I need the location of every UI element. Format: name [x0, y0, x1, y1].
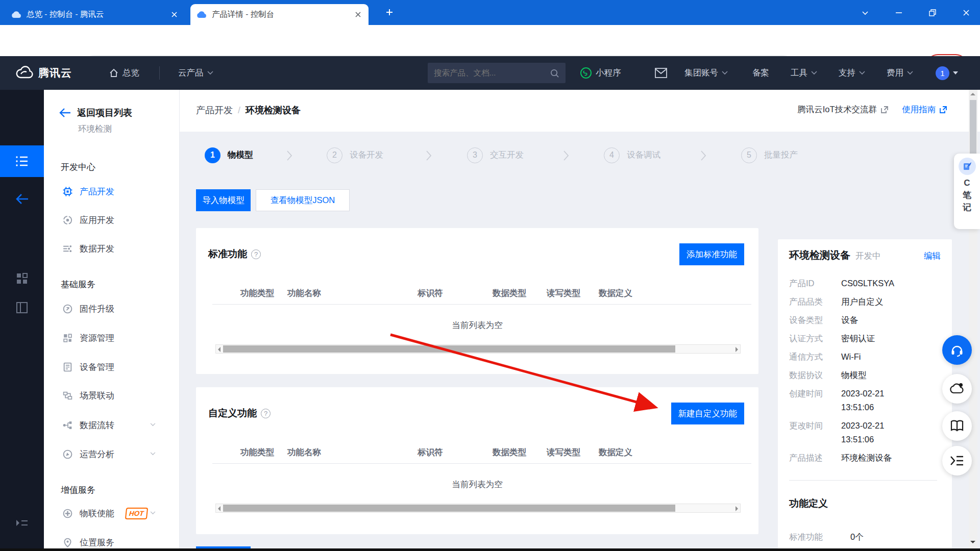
sidebar-item-analysis[interactable]: 运营分析: [44, 445, 180, 463]
nav-overview[interactable]: 总览: [109, 56, 139, 90]
sidebar-item-label: 数据流转: [80, 419, 114, 431]
scroll-thumb[interactable]: [223, 345, 675, 353]
tab-close-icon[interactable]: [353, 10, 362, 19]
scroll-right-arrow[interactable]: [736, 506, 738, 511]
step-5[interactable]: 5批量投产: [741, 147, 798, 163]
step-number: 3: [467, 147, 483, 163]
caret-down-icon: [953, 71, 958, 75]
console-list-button[interactable]: [942, 446, 972, 475]
column-header: 数据类型: [493, 447, 526, 458]
field-value: 密钥认证: [841, 332, 875, 345]
user-guide-link[interactable]: 使用指南: [902, 104, 947, 115]
docs-button[interactable]: [942, 411, 972, 441]
rail-collapse-button[interactable]: [0, 511, 44, 535]
nav-user-avatar[interactable]: 1: [936, 56, 958, 90]
view-model-json-button[interactable]: 查看物模型JSON: [256, 189, 350, 211]
card-divider: [789, 480, 937, 481]
import-model-button[interactable]: 导入物模型: [196, 189, 251, 211]
edit-product-link[interactable]: 编辑: [924, 251, 941, 262]
field-value: 物模型: [841, 368, 867, 382]
rail-grid-button[interactable]: [0, 266, 44, 291]
breadcrumb-separator: /: [238, 105, 240, 116]
titlebar-chevron-icon[interactable]: [859, 6, 872, 19]
nav-divider: [159, 66, 160, 80]
support-headset-button[interactable]: [942, 335, 972, 365]
add-standard-feature-button[interactable]: 添加标准功能: [679, 243, 744, 265]
scrollbar-thumb[interactable]: [970, 100, 976, 154]
standard-hscrollbar[interactable]: [215, 344, 741, 354]
custom-hscrollbar[interactable]: [215, 504, 741, 513]
sidebar-item-dataflow[interactable]: 数据流转: [44, 416, 180, 434]
step-3[interactable]: 3交互开发: [467, 147, 524, 163]
scroll-thumb[interactable]: [223, 505, 675, 512]
sidebar-item-firmware[interactable]: 固件升级: [44, 300, 180, 317]
scroll-left-arrow[interactable]: [218, 347, 220, 352]
cloud-message-button[interactable]: [942, 374, 972, 404]
step-separator-icon: [426, 150, 432, 161]
sidebar-item-scene[interactable]: 场景联动: [44, 387, 180, 404]
scroll-left-arrow[interactable]: [218, 506, 220, 511]
mail-icon: [655, 68, 667, 78]
help-icon[interactable]: ?: [261, 409, 271, 418]
sidebar-item-resource[interactable]: 资源管理: [44, 329, 180, 346]
step-separator-icon: [286, 150, 292, 161]
step-1[interactable]: 1物模型: [205, 147, 253, 163]
nav-tools[interactable]: 工具: [791, 56, 817, 90]
rail-layout-button[interactable]: [0, 295, 44, 320]
rail-back-button[interactable]: [0, 187, 44, 211]
external-link-icon: [880, 106, 889, 114]
help-icon[interactable]: ?: [251, 249, 261, 259]
rail-menu-button[interactable]: [0, 145, 44, 177]
step-2[interactable]: 2设备开发: [327, 147, 383, 163]
note-widget-label: 记: [963, 202, 971, 213]
tencent-cloud-logo[interactable]: 腾讯云: [14, 56, 72, 90]
nav-icp[interactable]: 备案: [752, 56, 769, 90]
external-link-icon: [939, 106, 947, 114]
iot-group-link[interactable]: 腾讯云IoT技术交流群: [797, 104, 889, 115]
step-4[interactable]: 4设备调试: [604, 147, 660, 163]
breadcrumb-current: 环境检测设备: [246, 104, 301, 116]
back-arrow-icon: [59, 108, 71, 118]
step-label: 物模型: [228, 149, 253, 161]
new-tab-button[interactable]: [384, 7, 395, 17]
back-to-projects[interactable]: 返回项目列表: [59, 107, 132, 119]
custom-empty-text: 当前列表为空: [196, 479, 758, 490]
field-value: 2023-02-21 13:51:06: [841, 419, 901, 446]
chevron-down-icon: [150, 511, 156, 515]
nav-cloud-products[interactable]: 云产品: [178, 56, 213, 90]
cloud-note-widget[interactable]: C 笔 记: [954, 154, 980, 229]
close-window-button[interactable]: [960, 6, 973, 19]
minimize-button[interactable]: [892, 6, 905, 19]
nav-messages[interactable]: [655, 56, 667, 90]
standard-empty-text: 当前列表为空: [196, 320, 758, 331]
scene-icon: [62, 390, 73, 401]
sidebar-item-device[interactable]: 设备管理: [44, 358, 180, 375]
browser-tab-2[interactable]: 产品详情 - 控制台: [190, 4, 369, 25]
nav-billing[interactable]: 费用: [887, 56, 913, 90]
restore-button[interactable]: [926, 6, 939, 19]
field-label: 认证方式: [789, 332, 841, 345]
scroll-right-arrow[interactable]: [736, 347, 738, 352]
search-input[interactable]: [434, 68, 550, 78]
nav-mini-program[interactable]: 小程序: [580, 56, 621, 90]
nav-group-account[interactable]: 集团账号: [684, 56, 728, 90]
browser-tab-1[interactable]: 总览 - 控制台 - 腾讯云: [5, 4, 185, 25]
project-name: 环境检测: [78, 123, 112, 135]
device-icon: [62, 362, 73, 372]
breadcrumb-parent[interactable]: 产品开发: [196, 104, 233, 116]
nav-support[interactable]: 支持: [839, 56, 865, 90]
scrollbar-down-arrow[interactable]: [970, 541, 975, 543]
chevron-down-icon: [811, 71, 817, 75]
scrollbar-up-arrow[interactable]: [970, 93, 975, 95]
sidebar-item-app-dev[interactable]: 应用开发: [44, 211, 180, 229]
standard-panel-title: 标准功能 ?: [208, 247, 261, 261]
sidebar-item-iot-enable[interactable]: 物联使能HOT: [44, 505, 180, 522]
sidebar-item-label: 资源管理: [80, 332, 114, 344]
sidebar-item-product-dev[interactable]: 产品开发: [44, 183, 180, 200]
sidebar-item-data-dev[interactable]: 数据开发: [44, 240, 180, 257]
browser-toolbar: console.cloud.tencent.com/iotexplorer/pr…: [0, 25, 980, 56]
nav-search-box[interactable]: [428, 63, 566, 83]
column-header: 功能名称: [287, 447, 321, 458]
add-custom-feature-button[interactable]: 新建自定义功能: [671, 403, 745, 424]
tab-close-icon[interactable]: [169, 10, 179, 19]
